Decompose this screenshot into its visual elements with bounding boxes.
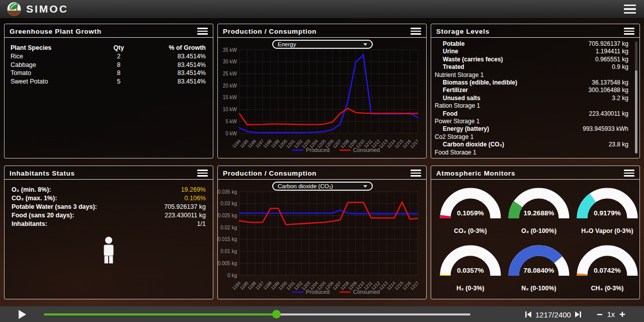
svg-text:0.9179%: 0.9179% [594,209,620,217]
storage-item-label: Fertilizer [435,87,468,94]
currency-select-co2[interactable]: Carbon dioxide (CO₂) [272,182,373,191]
plant-qty: 2 [101,52,136,61]
step-controls: 1217/2400 [525,306,582,322]
chevron-down-icon [363,43,367,46]
storage-item-value: 0.9 kg [612,63,628,71]
app-header: SIMOC [0,0,644,19]
brand-title: SIMOC [26,3,68,15]
column-header: % of Growth [136,44,207,52]
gauge-label: H₂ (0-3%) [456,285,485,292]
svg-text:30 kW: 30 kW [223,59,237,64]
panel-menu-icon[interactable] [623,27,635,36]
svg-text:5 kW: 5 kW [225,119,237,124]
chevron-down-icon [363,185,367,188]
storage-scrollbar [635,41,637,153]
storage-item-value: 993.945933 kWh [583,125,628,133]
gauge-arc: 19.2688% [505,185,573,224]
storage-row: Waste (carries feces)0.965551 kg [435,56,628,63]
svg-text:1217: 1217 [409,138,420,149]
status-label: Inhabitants: [12,220,47,228]
plant-species: Cabbage [11,61,101,69]
panel-storage-levels-header: Storage Levels [431,24,639,38]
selected-option-label: Carbon dioxide (CO₂) [278,183,333,189]
gauge: 78.0840%N₂ (0-100%) [505,243,573,297]
skip-to-start-button[interactable] [525,311,532,318]
inhabitants-row: Potable Water (sans 3 days):705.926137 k… [12,203,206,211]
svg-text:0.015 kg: 0.015 kg [218,236,237,242]
column-header: Plant Species [11,44,101,52]
status-value: 1/1 [197,220,206,228]
storage-group-label: Ration Storage 1 [435,102,480,110]
panel-menu-icon[interactable] [410,169,422,178]
plant-species: Rice [11,52,101,61]
storage-row: Food223.430011 kg [435,110,628,118]
logo-icon [7,2,21,16]
table-row: Cabbage883.4514% [11,61,207,69]
storage-item-label: Carbon dioxide (CO₂) [435,141,504,148]
storage-row: Unused salts3.2 kg [435,95,628,102]
storage-item-value: 1.194411 kg [596,48,628,55]
panel-menu-icon[interactable] [410,27,422,36]
svg-text:0.025 kg: 0.025 kg [218,213,237,218]
panel-atmospheric-monitors: Atmospheric Monitors 0.1059%CO₂ (0-3%)19… [431,166,640,299]
panel-title: Greenhouse Plant Growth [10,28,102,35]
panel-title: Inhabitants Status [10,170,75,177]
storage-row: Treated0.9 kg [435,63,628,71]
panel-menu-icon[interactable] [623,169,635,178]
gauge-arc: 0.9179% [573,185,641,224]
timeline-slider-thumb[interactable] [272,310,281,318]
storage-row: Carbon dioxide (CO₂)23.8 kg [435,141,628,148]
storage-item-label: Treated [435,63,464,71]
svg-text:0.0742%: 0.0742% [594,267,620,274]
storage-list: Potable705.926137 kgUrine1.194411 kgWast… [435,40,628,155]
plant-growth-pct: 83.4514% [136,61,207,69]
status-value: 0.106% [185,194,206,203]
panel-menu-icon[interactable] [197,169,208,178]
svg-text:0.02 kg: 0.02 kg [220,225,237,230]
panel-inhabitants-status: Inhabitants Status O₂ (min. 8%):19.269%C… [4,166,213,299]
storage-group-label: Power Storage 1 [435,118,479,125]
speed-decrease-button[interactable]: − [597,309,603,319]
svg-text:0 kW: 0 kW [225,131,237,136]
storage-item-value: 300.106488 kg [589,87,628,94]
svg-text:Produced: Produced [306,289,330,295]
storage-item-value: 223.430011 kg [589,110,628,118]
svg-text:0.035 kg: 0.035 kg [218,189,237,195]
svg-text:78.0840%: 78.0840% [524,267,554,274]
storage-item-label: Energy (battery) [435,125,489,133]
gauge: 0.0357%H₂ (0-3%) [436,243,505,297]
gauge-arc: 0.0742% [573,243,641,282]
gauge-label: O₂ (0-100%) [521,227,556,234]
table-header-row: Plant SpeciesQty% of Growth [11,44,207,52]
panel-menu-icon[interactable] [197,27,208,36]
panel-plant-growth-header: Greenhouse Plant Growth [5,24,213,38]
app-logo[interactable]: SIMOC [7,2,68,16]
storage-row: Potable705.926137 kg [435,40,628,48]
panel-title: Storage Levels [436,28,490,35]
plant-qty: 8 [101,69,136,77]
timeline-slider-track[interactable] [276,313,470,315]
panel-atmo-header: Atmospheric Monitors [431,166,639,180]
speed-increase-button[interactable]: + [619,309,625,319]
column-header: Qty [101,44,136,52]
main-menu-icon[interactable] [624,3,636,16]
inhabitants-row: CO₂ (max. 1%):0.106% [12,194,206,203]
plant-species: Tomato [11,69,101,77]
storage-item-label: Unused salts [435,95,480,102]
gauge-label: N₂ (0-100%) [521,285,556,292]
plant-qty: 8 [101,61,136,69]
skip-forward-icon [575,311,582,318]
storage-row: Energy (battery)993.945933 kWh [435,125,628,133]
play-button[interactable] [18,309,27,319]
storage-scrollbar-thumb[interactable] [635,70,637,153]
skip-to-end-button[interactable] [575,311,582,318]
svg-text:Consumed: Consumed [353,289,380,295]
timeline-slider-fill[interactable] [44,313,276,315]
panel-inhabitants-header: Inhabitants Status [5,166,213,180]
inhabitants-row: O₂ (min. 8%):19.269% [12,186,206,194]
step-counter: 1217/2400 [535,310,571,319]
panel-production-co2-header: Production / Consumption [218,166,426,180]
storage-item-value: 3.2 kg [612,95,628,102]
inhabitants-row: Food (sans 20 days):223.430011 kg [12,211,206,220]
currency-select-energy[interactable]: Energy [272,40,373,49]
